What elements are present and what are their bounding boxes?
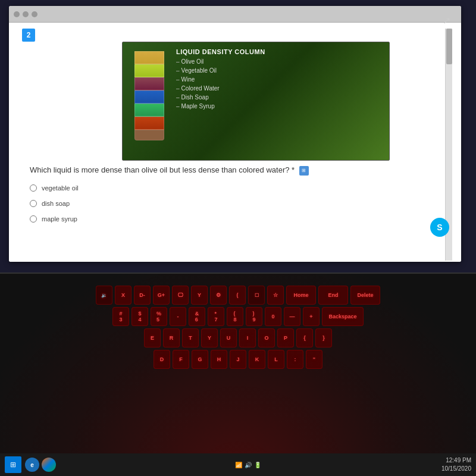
key-end[interactable]: End — [318, 286, 348, 305]
key-plus[interactable]: + — [303, 307, 320, 326]
layer-olive-oil — [134, 51, 164, 64]
key-rbrace[interactable]: } — [315, 328, 332, 347]
key-star7[interactable]: *7 — [208, 307, 224, 326]
minimize-btn[interactable] — [23, 11, 29, 17]
key-percent5[interactable]: %5 — [151, 307, 167, 326]
key-delete[interactable]: Delete — [350, 286, 380, 305]
keyboard: 🔉 X D- G+ 🖵 Y ⚙ ( ☐ ☆ Home End Delete #3… — [0, 274, 476, 476]
key-row-3: E R T Y U I O P { } — [6, 328, 470, 347]
key-vol-down[interactable]: 🔉 — [96, 286, 112, 305]
system-tray: 📶 🔊 🔋 — [235, 462, 261, 468]
key-backspace[interactable]: Backspace — [322, 307, 364, 326]
scrollbar-thumb[interactable] — [446, 29, 452, 64]
choice-dish-soap[interactable]: dish soap — [30, 200, 79, 207]
legend-colored-water: – Colored Water — [176, 85, 265, 92]
ie-icon[interactable]: e — [25, 458, 39, 472]
key-row-1: 🔉 X D- G+ 🖵 Y ⚙ ( ☐ ☆ Home End Delete — [6, 286, 470, 305]
title-bar — [9, 6, 461, 23]
key-u[interactable]: U — [220, 328, 237, 347]
key-display[interactable]: 🖵 — [172, 286, 189, 305]
key-quote[interactable]: " — [306, 350, 322, 369]
key-y2[interactable]: Y — [201, 328, 218, 347]
choice-maple-syrup[interactable]: maple syrup — [30, 215, 79, 223]
layer-vegetable-oil — [134, 64, 164, 77]
page-content: 2 ↗ LIQUID DENSITY COLUMN — [9, 23, 461, 262]
legend-maple-syrup: – Maple Syrup — [176, 103, 265, 109]
key-d[interactable]: D — [154, 350, 170, 369]
window-controls — [14, 11, 37, 17]
radio-maple-syrup[interactable] — [30, 215, 37, 223]
question-number: 2 — [22, 29, 35, 42]
layer-dish-soap — [134, 104, 164, 117]
liquid-column-visual — [134, 51, 164, 152]
key-y[interactable]: Y — [191, 286, 208, 305]
taskbar: ⊞ e 📶 🔊 🔋 12:49 PM 10/15/2020 — [0, 453, 476, 476]
key-r[interactable]: R — [163, 328, 180, 347]
density-column-image: LIQUID DENSITY COLUMN – Olive Oil – Vege… — [122, 42, 390, 161]
key-j[interactable]: J — [230, 350, 246, 369]
key-dollar4[interactable]: $4 — [131, 307, 148, 326]
key-o[interactable]: O — [258, 328, 275, 347]
system-clock: 12:49 PM 10/15/2020 — [441, 456, 471, 473]
key-l[interactable]: L — [268, 350, 284, 369]
key-brightness-up[interactable]: G+ — [153, 286, 170, 305]
key-lbrace[interactable]: { — [296, 328, 313, 347]
key-g[interactable]: G — [192, 350, 208, 369]
key-colon[interactable]: : — [287, 350, 303, 369]
accessibility-icon[interactable]: ⊞ — [299, 166, 309, 176]
network-icon: 📶 — [235, 462, 242, 468]
key-dash[interactable]: — — [284, 307, 300, 326]
key-zero[interactable]: 0 — [265, 307, 281, 326]
radio-dish-soap[interactable] — [30, 200, 37, 207]
layer-colored-water — [134, 90, 164, 104]
layer-wine — [134, 77, 164, 90]
key-h[interactable]: H — [211, 350, 227, 369]
key-k[interactable]: K — [249, 350, 265, 369]
key-amp6[interactable]: &6 — [189, 307, 205, 326]
question-text: Which liquid is more dense than olive oi… — [30, 165, 315, 176]
density-legend: LIQUID DENSITY COLUMN – Olive Oil – Vege… — [176, 48, 265, 112]
browser-window: 2 ↗ LIQUID DENSITY COLUMN — [9, 6, 461, 262]
key-t[interactable]: T — [182, 328, 199, 347]
key-row-2: #3 $4 %5 - &6 *7 (8 )9 0 — + Backspace — [6, 307, 470, 326]
key-f[interactable]: F — [173, 350, 189, 369]
volume-icon: 🔊 — [245, 462, 252, 468]
close-btn[interactable] — [14, 11, 20, 17]
key-x[interactable]: X — [115, 286, 131, 305]
key-row-4: D F G H J K L : " — [6, 350, 470, 369]
browser-icon[interactable] — [42, 458, 56, 472]
key-home[interactable]: Home — [286, 286, 316, 305]
key-settings[interactable]: ⚙ — [210, 286, 227, 305]
key-p[interactable]: P — [277, 328, 294, 347]
start-button[interactable]: ⊞ — [5, 456, 21, 473]
legend-wine: – Wine — [176, 76, 265, 83]
start-icon: ⊞ — [10, 461, 16, 469]
key-e[interactable]: E — [144, 328, 161, 347]
avatar-button[interactable]: S — [430, 218, 449, 237]
maximize-btn[interactable] — [32, 11, 37, 17]
key-fn-box[interactable]: ☐ — [248, 286, 265, 305]
share-icon[interactable]: ↗ — [443, 23, 450, 26]
key-hash3[interactable]: #3 — [112, 307, 129, 326]
legend-dish-soap: – Dish Soap — [176, 94, 265, 101]
battery-icon: 🔋 — [254, 462, 261, 468]
choice-vegetable-oil[interactable]: vegetable oil — [30, 184, 79, 192]
legend-olive-oil: – Olive Oil — [176, 58, 265, 65]
layer-maple-syrup — [134, 117, 164, 130]
key-star[interactable]: ☆ — [267, 286, 284, 305]
key-paren9[interactable]: )9 — [246, 307, 262, 326]
key-rows: 🔉 X D- G+ 🖵 Y ⚙ ( ☐ ☆ Home End Delete #3… — [0, 286, 476, 371]
key-paren8[interactable]: (8 — [227, 307, 243, 326]
key-brightness-down[interactable]: D- — [134, 286, 151, 305]
key-i[interactable]: I — [239, 328, 256, 347]
key-minus[interactable]: - — [170, 307, 186, 326]
column-base — [134, 130, 164, 140]
legend-vegetable-oil: – Vegetable Oil — [176, 67, 265, 74]
key-bracket-open[interactable]: ( — [229, 286, 246, 305]
answer-choices: vegetable oil dish soap maple syrup — [30, 184, 79, 223]
legend-title: LIQUID DENSITY COLUMN — [176, 48, 265, 55]
radio-vegetable-oil[interactable] — [30, 184, 37, 192]
